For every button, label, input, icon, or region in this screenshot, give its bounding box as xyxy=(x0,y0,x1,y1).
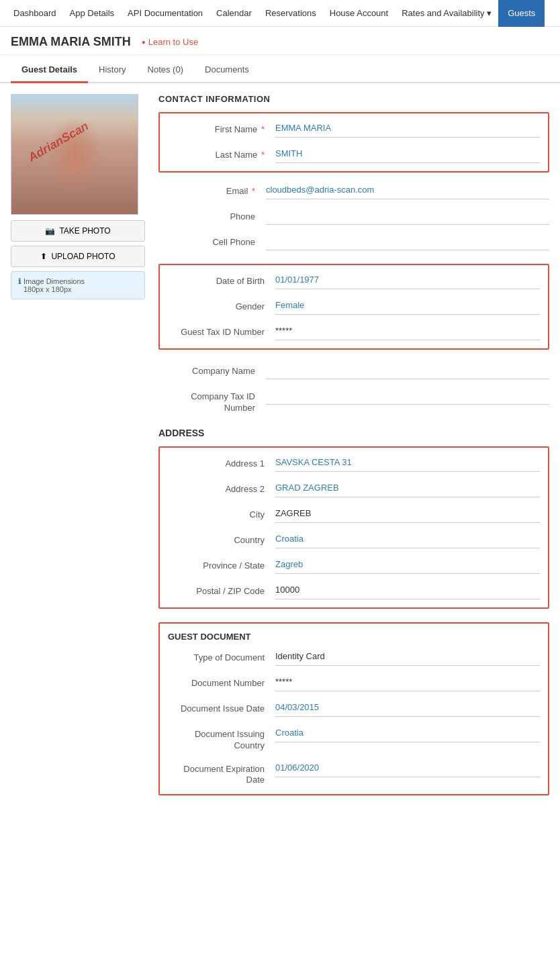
company-section: Company Name Company Tax IDNumber xyxy=(158,363,549,414)
address1-value[interactable]: SAVSKA CESTA 31 xyxy=(275,456,540,472)
doc-number-value[interactable]: ***** xyxy=(275,675,540,691)
tab-documents[interactable]: Documents xyxy=(194,58,260,83)
dob-value[interactable]: 01/01/1977 xyxy=(275,273,540,289)
gender-row: Gender Female xyxy=(168,299,540,315)
guest-document-section: GUEST DOCUMENT Type of Document Identity… xyxy=(158,622,549,796)
last-name-row: Last Name * SMITH xyxy=(168,147,540,163)
tax-id-row: Guest Tax ID Number ***** xyxy=(168,324,540,340)
company-tax-row: Company Tax IDNumber xyxy=(158,389,549,414)
doc-type-label: Type of Document xyxy=(168,650,275,663)
upload-photo-label: UPLOAD PHOTO xyxy=(51,252,115,261)
first-name-label: First Name * xyxy=(168,121,275,134)
photo-image: AdrianScan xyxy=(11,95,138,214)
tab-guest-details[interactable]: Guest Details xyxy=(11,58,88,83)
phone-label: Phone xyxy=(158,209,266,222)
contact-information-section: CONTACT INFORMATION First Name * EMMA MA… xyxy=(158,94,549,250)
camera-icon: 📷 xyxy=(45,226,55,236)
company-tax-value[interactable] xyxy=(266,389,549,405)
nav-dashboard[interactable]: Dashboard xyxy=(7,0,63,27)
dob-row: Date of Birth 01/01/1977 xyxy=(168,273,540,289)
doc-issuing-country-row: Document IssuingCountry Croatia xyxy=(168,726,540,752)
name-bordered-section: First Name * EMMA MARIA Last Name * SMIT… xyxy=(158,112,549,173)
city-value[interactable]: ZAGREB xyxy=(275,507,540,523)
company-name-row: Company Name xyxy=(158,363,549,379)
province-row: Province / State Zagreb xyxy=(168,558,540,574)
email-label: Email * xyxy=(158,183,266,196)
city-row: City ZAGREB xyxy=(168,507,540,523)
personal-info-section: Date of Birth 01/01/1977 Gender Female G… xyxy=(158,264,549,350)
nav-house-account[interactable]: House Account xyxy=(323,0,395,27)
top-navigation: Dashboard App Details API Documentation … xyxy=(0,0,560,27)
tax-id-value[interactable]: ***** xyxy=(275,324,540,340)
doc-issuing-country-label: Document IssuingCountry xyxy=(168,726,275,752)
phone-value[interactable] xyxy=(266,209,549,225)
address-section-title: ADDRESS xyxy=(158,428,549,438)
doc-expiry-row: Document ExpirationDate 01/06/2020 xyxy=(168,761,540,787)
country-row: Country Croatia xyxy=(168,532,540,548)
doc-expiry-label: Document ExpirationDate xyxy=(168,761,275,787)
country-label: Country xyxy=(168,532,275,545)
nav-reservations[interactable]: Reservations xyxy=(259,0,323,27)
page-header: EMMA MARIA SMITH Learn to Use xyxy=(0,27,560,55)
doc-expiry-value[interactable]: 01/06/2020 xyxy=(275,761,540,777)
doc-type-row: Type of Document Identity Card xyxy=(168,650,540,666)
cell-phone-row: Cell Phone xyxy=(158,234,549,250)
contact-section-title: CONTACT INFORMATION xyxy=(158,94,549,104)
first-name-value[interactable]: EMMA MARIA xyxy=(275,121,540,138)
nav-rates-availability[interactable]: Rates and Availability ▾ xyxy=(395,0,498,27)
tax-id-label: Guest Tax ID Number xyxy=(168,324,275,337)
company-tax-label: Company Tax IDNumber xyxy=(158,389,266,414)
take-photo-button[interactable]: 📷 TAKE PHOTO xyxy=(11,220,145,242)
learn-to-use-link[interactable]: Learn to Use xyxy=(142,37,198,47)
address2-row: Address 2 GRAD ZAGREB xyxy=(168,481,540,497)
doc-number-label: Document Number xyxy=(168,675,275,688)
gender-label: Gender xyxy=(168,299,275,311)
address1-label: Address 1 xyxy=(168,456,275,469)
last-name-label: Last Name * xyxy=(168,147,275,160)
page-title: EMMA MARIA SMITH xyxy=(11,35,131,49)
nav-api-documentation[interactable]: API Documentation xyxy=(121,0,209,27)
province-value[interactable]: Zagreb xyxy=(275,558,540,574)
email-value[interactable]: cloudbeds@adria-scan.com xyxy=(266,183,549,199)
guest-doc-bordered-section: GUEST DOCUMENT Type of Document Identity… xyxy=(158,622,549,796)
take-photo-label: TAKE PHOTO xyxy=(59,226,110,236)
nav-app-details[interactable]: App Details xyxy=(63,0,121,27)
upload-icon: ⬆ xyxy=(40,252,47,261)
country-value[interactable]: Croatia xyxy=(275,532,540,548)
doc-issue-date-label: Document Issue Date xyxy=(168,701,275,714)
doc-type-value[interactable]: Identity Card xyxy=(275,650,540,666)
city-label: City xyxy=(168,507,275,520)
tab-notes[interactable]: Notes (0) xyxy=(137,58,194,83)
postal-value[interactable]: 10000 xyxy=(275,583,540,599)
doc-issue-date-value[interactable]: 04/03/2015 xyxy=(275,701,540,717)
doc-issue-date-row: Document Issue Date 04/03/2015 xyxy=(168,701,540,717)
personal-bordered-section: Date of Birth 01/01/1977 Gender Female G… xyxy=(158,264,549,350)
tab-bar: Guest Details History Notes (0) Document… xyxy=(0,58,560,83)
photo-watermark: AdrianScan xyxy=(26,119,91,164)
image-dimensions-info: ℹ Image Dimensions 180px x 180px xyxy=(11,271,145,299)
upload-photo-button[interactable]: ⬆ UPLOAD PHOTO xyxy=(11,246,145,267)
last-name-required: * xyxy=(261,150,265,160)
email-row: Email * cloudbeds@adria-scan.com xyxy=(158,183,549,199)
guest-photo: AdrianScan xyxy=(11,94,138,215)
address1-row: Address 1 SAVSKA CESTA 31 xyxy=(168,456,540,472)
doc-issuing-country-value[interactable]: Croatia xyxy=(275,726,540,742)
image-info-value: 180px x 180px xyxy=(24,285,85,293)
address2-value[interactable]: GRAD ZAGREB xyxy=(275,481,540,497)
company-name-label: Company Name xyxy=(158,363,266,376)
first-name-required: * xyxy=(261,124,265,134)
guest-doc-title: GUEST DOCUMENT xyxy=(168,632,540,642)
company-name-value[interactable] xyxy=(266,363,549,379)
nav-guests[interactable]: Guests xyxy=(498,0,545,27)
image-info-title: Image Dimensions xyxy=(24,277,85,285)
address-bordered-section: Address 1 SAVSKA CESTA 31 Address 2 GRAD… xyxy=(158,446,549,609)
address2-label: Address 2 xyxy=(168,481,275,494)
cell-phone-label: Cell Phone xyxy=(158,234,266,247)
info-icon: ℹ xyxy=(18,277,21,286)
right-panel: CONTACT INFORMATION First Name * EMMA MA… xyxy=(158,94,549,809)
nav-calendar[interactable]: Calendar xyxy=(209,0,259,27)
gender-value[interactable]: Female xyxy=(275,299,540,315)
last-name-value[interactable]: SMITH xyxy=(275,147,540,163)
cell-phone-value[interactable] xyxy=(266,234,549,250)
tab-history[interactable]: History xyxy=(88,58,136,83)
